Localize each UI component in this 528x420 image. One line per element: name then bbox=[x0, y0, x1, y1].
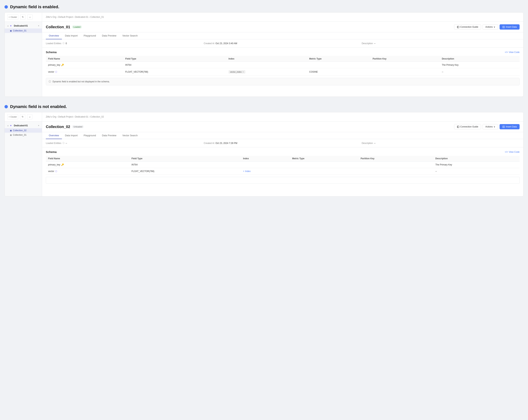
cluster-icon-1: ✦ bbox=[10, 24, 13, 27]
cluster-add-2[interactable]: + bbox=[38, 124, 39, 127]
insert-data-button-2[interactable]: Insert Data bbox=[500, 124, 520, 129]
tab-data-preview-2[interactable]: Data Preview bbox=[99, 132, 119, 139]
index-cell-pk-2 bbox=[241, 161, 290, 168]
col-field-name-1: Field Name bbox=[46, 56, 123, 62]
tab-vector-search-2[interactable]: Vector Search bbox=[119, 132, 141, 139]
loaded-entities-label-2: Loaded Entities bbox=[46, 142, 61, 145]
tab-data-import-2[interactable]: Data Import bbox=[62, 132, 81, 139]
collection-name-active-2: Collection_02 bbox=[13, 129, 26, 132]
field-name-text-vec-1: vector bbox=[48, 71, 54, 73]
index-chip-close-1[interactable]: ✕ bbox=[242, 71, 244, 73]
tab-overview-1[interactable]: Overview bbox=[46, 32, 62, 39]
breadcrumb-area-2: Zilliz's Org › Default Project › Dedicat… bbox=[42, 112, 523, 121]
description-cell-pk-1: The Primary Key bbox=[440, 62, 520, 68]
index-chip-label-1: vector_index bbox=[230, 71, 242, 73]
sidebar-cluster-2: ∨ ✦ Dedicated-01 + bbox=[5, 123, 42, 128]
collection-actions-2: Connection Guide Actions ∨ Insert Data bbox=[454, 124, 520, 129]
tab-data-preview-1[interactable]: Data Preview bbox=[99, 32, 119, 39]
view-code-button-2[interactable]: </> View Code bbox=[505, 151, 520, 153]
collection-title-1: Collection_01 bbox=[46, 25, 70, 29]
chevron-icon-2: ∨ bbox=[7, 125, 9, 127]
field-name-cell-vec-1: vector ⬡ bbox=[46, 68, 123, 76]
description-item-2: Description -- bbox=[362, 142, 520, 145]
tab-vector-search-1[interactable]: Vector Search bbox=[119, 32, 141, 39]
cluster-add-1[interactable]: + bbox=[38, 25, 39, 27]
col-description-1: Description bbox=[440, 56, 520, 62]
tab-playground-2[interactable]: Playground bbox=[81, 132, 99, 139]
top-bar-2: + Cluster ↻ ⌕ Zilliz's Org › Default Pro… bbox=[5, 112, 523, 122]
loaded-entities-label-1: Loaded Entities bbox=[46, 42, 61, 45]
view-code-button-1[interactable]: </> View Code bbox=[505, 51, 520, 53]
created-at-label-2: Created At bbox=[204, 142, 214, 145]
add-index-button-2[interactable]: + Index bbox=[243, 170, 251, 173]
description-label-2: Description bbox=[362, 142, 373, 145]
sidebar-item-collection02-2[interactable]: ▣ Collection_02 bbox=[5, 128, 42, 133]
actions-button-1[interactable]: Actions ∨ bbox=[482, 24, 498, 30]
tab-playground-1[interactable]: Playground bbox=[81, 32, 99, 39]
field-type-cell-vec-2: FLOAT_VECTOR(768) bbox=[129, 168, 241, 175]
content-2: Collection_02 Unloaded Connection Guide … bbox=[42, 122, 523, 196]
section1-title: Dynamic field is enabled. bbox=[10, 4, 59, 9]
col-metric-type-2: Metric Type bbox=[290, 156, 358, 161]
description-value-2: -- bbox=[374, 142, 376, 145]
partition-key-cell-pk-1 bbox=[370, 62, 440, 68]
section2-header: Dynamic field is not enabled. bbox=[4, 104, 524, 109]
refresh-icon-1[interactable]: ↻ bbox=[20, 14, 25, 20]
connection-guide-button-1[interactable]: Connection Guide bbox=[454, 24, 481, 30]
dynamic-notice-1: ⓘ Dynamic field is enabled but not displ… bbox=[46, 78, 520, 85]
sidebar-top-2: + Cluster ↻ ⌕ bbox=[5, 112, 42, 121]
vector-icon-1: ⬡ bbox=[55, 71, 57, 73]
partition-key-cell-pk-2 bbox=[358, 161, 433, 168]
col-partition-key-2: Partition Key bbox=[358, 156, 433, 161]
search-icon-1[interactable]: ⌕ bbox=[27, 14, 33, 20]
sidebar-item-collection01-2[interactable]: ▣ Collection_01 bbox=[5, 133, 42, 137]
index-cell-vec-1: vector_index ✕ bbox=[226, 68, 307, 76]
tabs-2: Overview Data Import Playground Data Pre… bbox=[42, 132, 523, 139]
key-icon-1: 🔑 bbox=[61, 64, 64, 66]
cluster-button-2[interactable]: + Cluster bbox=[7, 114, 18, 119]
dynamic-notice-text-1: Dynamic field is enabled but not display… bbox=[53, 80, 110, 83]
code-icon-2: </> bbox=[505, 151, 508, 153]
refresh-icon-2[interactable]: ↻ bbox=[20, 114, 25, 119]
col-field-name-2: Field Name bbox=[46, 156, 129, 161]
partition-key-cell-vec-1 bbox=[370, 68, 440, 76]
created-at-value-2: Oct 23, 2024 7:28 PM bbox=[216, 142, 237, 145]
insert-data-button-1[interactable]: Insert Data bbox=[500, 24, 520, 30]
tab-overview-2[interactable]: Overview bbox=[46, 132, 62, 139]
insert-data-label-1: Insert Data bbox=[506, 26, 517, 28]
table-row: vector ⬡ FLOAT_VECTOR(768) vector_index … bbox=[46, 68, 520, 76]
connection-guide-button-2[interactable]: Connection Guide bbox=[454, 124, 481, 129]
loaded-entities-value-2: -- bbox=[66, 142, 67, 145]
schema-table-2: Field Name Field Type Index Metric Type … bbox=[46, 156, 520, 175]
metric-type-cell-vec-2 bbox=[290, 168, 358, 175]
metric-type-cell-vec-1: COSINE bbox=[307, 68, 370, 76]
chevron-down-icon-1: ∨ bbox=[493, 26, 495, 28]
created-at-label-1: Created At bbox=[204, 42, 214, 45]
table-header-row-2: Field Name Field Type Index Metric Type … bbox=[46, 156, 520, 161]
panel1: + + Cluster Cluster ↻ ⌕ Zilliz's Org › D… bbox=[4, 12, 524, 97]
index-chip-1: vector_index ✕ bbox=[228, 70, 245, 74]
section1-dot bbox=[4, 5, 8, 9]
field-type-cell-vec-1: FLOAT_VECTOR(768) bbox=[123, 68, 226, 76]
status-badge-2: Unloaded bbox=[72, 125, 84, 128]
cluster-button-1[interactable]: + + Cluster Cluster bbox=[7, 14, 18, 20]
collection-actions-1: Connection Guide Actions ∨ Insert Data bbox=[454, 24, 520, 30]
col-metric-type-1: Metric Type bbox=[307, 56, 370, 62]
collection-icon-2: ▣ bbox=[10, 134, 12, 136]
table-row: vector ⬡ FLOAT_VECTOR(768) + Index bbox=[46, 168, 520, 175]
search-icon-2[interactable]: ⌕ bbox=[27, 114, 32, 119]
sidebar-item-collection01-1[interactable]: ▣ Collection_01 bbox=[5, 28, 42, 33]
tab-data-import-1[interactable]: Data Import bbox=[62, 32, 81, 39]
breadcrumb-area-1: Zilliz's Org › Default Project › Dedicat… bbox=[42, 12, 523, 22]
actions-button-2[interactable]: Actions ∨ bbox=[482, 124, 498, 129]
cluster-icon-2: ✦ bbox=[10, 124, 13, 127]
connection-guide-label-2: Connection Guide bbox=[460, 125, 478, 128]
sidebar-cluster-1: ∨ ✦ Dedicated-01 + bbox=[5, 23, 42, 28]
code-icon-1: </> bbox=[505, 51, 508, 53]
table-row: primary_key 🔑 INT64 The Primary Key bbox=[46, 161, 520, 168]
collection-icon-1: ▣ bbox=[10, 30, 12, 32]
schema-header-1: Schema </> View Code bbox=[46, 50, 520, 54]
connection-guide-label-1: Connection Guide bbox=[460, 26, 478, 28]
vector-icon-2: ⬡ bbox=[55, 170, 57, 173]
created-at-item-1: Created At Oct 23, 2024 3:40 AM bbox=[204, 42, 361, 45]
